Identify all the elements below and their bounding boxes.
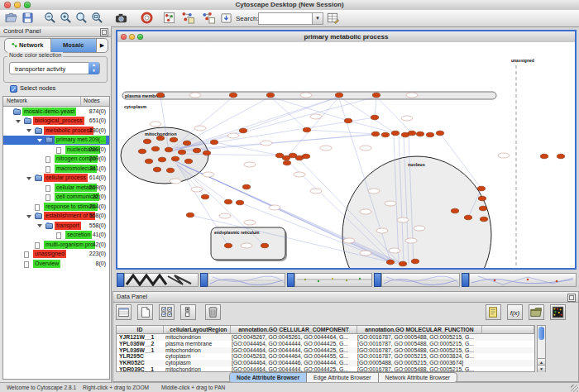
select-nodes-option[interactable]: ✓Select nodes [10,84,55,93]
minimized-window-strip[interactable] [469,273,577,287]
open-session-button[interactable] [5,12,17,24]
network-node[interactable] [464,215,471,220]
tree-row[interactable]: metabolic process280(0) [3,126,109,136]
import-attributes-folder-icon[interactable] [529,304,544,320]
network-node[interactable] [266,93,274,98]
attribute-browser-icon[interactable] [327,12,339,24]
tree-row[interactable]: primary metabo209(... [3,136,109,146]
scroll-down-button[interactable]: ▼ [538,365,545,372]
network-node[interactable] [178,150,185,155]
network-node[interactable] [479,206,486,211]
scrollbar-thumb[interactable] [538,327,544,340]
network-node[interactable] [153,167,160,172]
network-node[interactable] [477,186,485,191]
network-node[interactable] [283,160,290,165]
tree-row[interactable]: multi-organism pro42(0) [3,240,109,250]
network-minimize-button[interactable] [129,34,135,40]
apply-vizmap-icon[interactable] [201,12,216,24]
network-node[interactable] [224,199,232,204]
color-attribute-dropdown[interactable]: transporter activity ▲▼ [9,62,100,74]
tree-row[interactable]: nitrogen compo209(0) [3,155,109,165]
table-column-header[interactable]: ID [117,326,164,333]
network-node[interactable] [480,217,487,222]
search-input[interactable] [258,12,314,25]
tab-mosaic[interactable]: Mosaic [50,39,97,52]
expander-icon[interactable] [26,215,31,218]
tree-row[interactable]: unassigned223(0) [3,250,109,260]
expander-icon[interactable] [37,139,42,142]
table-row[interactable]: YKR052Ccytoplasm[GO:0044464, GO:0044446,… [117,360,534,366]
network-node[interactable] [193,148,200,153]
minimized-window-tab[interactable] [287,273,294,287]
snapshot-camera-icon[interactable] [115,12,127,24]
minimized-window-tab[interactable] [117,273,124,287]
search-dropdown-button[interactable]: ▼ [312,12,323,25]
network-node[interactable] [289,153,296,158]
network-node[interactable] [210,140,218,145]
network-node[interactable] [344,118,352,123]
help-lifering-icon[interactable] [141,12,153,24]
tree-row[interactable]: cell communicat22(0) [3,193,109,203]
select-all-attributes-icon[interactable] [159,304,175,320]
tree-row[interactable]: macromolecule311(0) [3,164,109,174]
network-node[interactable] [386,260,394,265]
expander-icon[interactable] [26,129,31,132]
close-window-button[interactable] [4,2,11,8]
float-data-panel-icon[interactable] [567,294,576,302]
table-row[interactable]: YLR295Ccytoplasm[GO:0045263, GO:0044464,… [117,353,534,360]
tree-row[interactable]: Overview8(0) [3,259,109,269]
network-node[interactable] [156,136,164,141]
table-row[interactable]: YJR121W__1mitochondrion[GO:0045267, GO:0… [117,334,534,341]
network-node[interactable] [201,194,208,199]
create-attribute-icon[interactable] [137,304,153,320]
network-close-button[interactable] [121,34,127,40]
table-row[interactable]: YPL036W__2plasma membrane[GO:0044464, GO… [117,341,534,347]
network-node[interactable] [166,168,174,173]
tab-edge-attribute-browser[interactable]: Edge Attribute Browser [306,373,378,382]
minimized-window-strip[interactable] [124,273,199,287]
tree-row[interactable]: establishment of lo558(0) [3,212,109,222]
network-node[interactable] [156,93,164,98]
network-node[interactable] [224,243,232,248]
tab-scroll-right-arrow[interactable]: ▶ [96,39,108,52]
minimize-window-button[interactable] [14,2,21,8]
select-attributes-icon[interactable] [116,304,132,320]
network-node[interactable] [229,93,237,98]
apply-layout-icon[interactable] [180,12,195,24]
network-node[interactable] [186,213,194,218]
expander-icon[interactable] [16,120,21,123]
tree-row[interactable]: nucleobase-209(0) [3,145,109,155]
tree-row[interactable]: mosaic-demo-yeast874(0) [3,107,109,117]
network-canvas[interactable]: plasma membranecytoplasmnucleusmitochond… [117,42,575,268]
network-node[interactable] [170,137,177,142]
tree-row[interactable]: response to stimulu264(0) [3,202,109,212]
network-node[interactable] [303,127,310,132]
network-node[interactable] [416,131,423,136]
resize-grip[interactable] [571,385,578,392]
zoom-fit-icon[interactable] [91,12,103,24]
network-node[interactable] [381,132,389,137]
tab-network[interactable]: Network [5,39,50,52]
expander-icon[interactable] [37,224,42,227]
network-node[interactable] [557,154,564,159]
attribute-label-icon[interactable] [486,304,501,320]
network-node[interactable] [408,131,415,136]
tree-row[interactable]: cellular process614(0) [3,174,109,184]
network-node[interactable] [391,131,399,136]
network-node[interactable] [138,149,146,154]
zoom-window-button[interactable] [24,2,31,8]
minimized-window-tab[interactable] [462,273,469,287]
table-column-header[interactable]: annotation.GO CELLULAR_COMPONENT [231,326,357,333]
network-node[interactable] [203,151,210,155]
minimized-window-tab[interactable] [200,273,208,287]
network-zoom-button[interactable] [137,34,143,40]
network-node[interactable] [275,153,283,158]
network-node[interactable] [143,139,151,144]
network-node[interactable] [145,159,152,164]
network-node[interactable] [302,154,309,159]
minimized-window-strip[interactable] [208,273,285,287]
unselect-attributes-icon[interactable] [180,304,196,320]
formula-fx-icon[interactable]: f(x) [507,304,523,320]
minimized-window-strip[interactable] [381,273,460,287]
zoom-out-icon[interactable] [44,12,56,24]
